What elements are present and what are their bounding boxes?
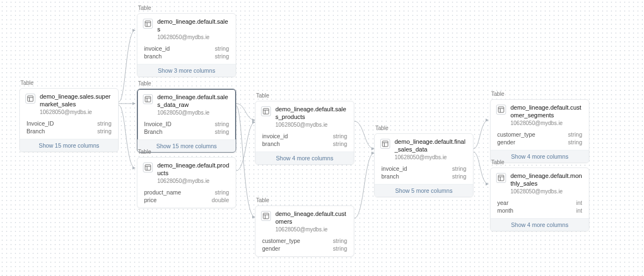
show-more-columns[interactable]: Show 5 more columns bbox=[375, 184, 473, 197]
node-type-label: Table bbox=[255, 93, 354, 99]
table-owner: 10628050@mydbs.ie bbox=[510, 188, 583, 194]
table-title: demo_lineage.default.final_sales_data bbox=[395, 138, 467, 154]
table-column: pricedouble bbox=[144, 196, 229, 204]
table-column: monthint bbox=[497, 207, 582, 215]
table-owner: 10628050@mydbs.ie bbox=[40, 109, 113, 115]
show-more-columns[interactable]: Show 4 more columns bbox=[256, 151, 354, 164]
table-column: genderstring bbox=[497, 138, 582, 147]
table-node-customers[interactable]: demo_lineage.default.customers 10628050@… bbox=[255, 205, 354, 257]
table-column: Invoice_IDstring bbox=[144, 120, 229, 128]
node-type-label: Table bbox=[19, 80, 119, 86]
table-owner: 10628050@mydbs.ie bbox=[275, 226, 348, 232]
table-node-sales-data-raw[interactable]: demo_lineage.default.sales_data_raw 1062… bbox=[137, 89, 236, 153]
table-node-monthly-sales[interactable]: demo_lineage.default.monthly_sales 10628… bbox=[490, 167, 589, 231]
table-column: branchstring bbox=[144, 52, 229, 61]
table-node-supermarket-sales[interactable]: demo_lineage.sales.supermarket_sales 106… bbox=[19, 88, 119, 152]
table-column: invoice_idstring bbox=[262, 132, 347, 140]
svg-rect-15 bbox=[263, 213, 269, 219]
node-type-label: Table bbox=[490, 159, 589, 165]
table-column: invoice_idstring bbox=[144, 45, 229, 53]
table-icon bbox=[261, 106, 271, 116]
table-title: demo_lineage.default.customers bbox=[275, 210, 348, 226]
table-title: demo_lineage.default.customer_segments bbox=[510, 104, 583, 120]
table-icon bbox=[143, 163, 153, 172]
table-column: customer_typestring bbox=[262, 237, 347, 245]
table-node-final-sales-data[interactable]: demo_lineage.default.final_sales_data 10… bbox=[374, 133, 473, 197]
node-type-label: Table bbox=[137, 149, 236, 155]
svg-rect-12 bbox=[263, 109, 269, 114]
table-column: branchstring bbox=[262, 140, 347, 148]
node-type-label: Table bbox=[374, 125, 473, 131]
svg-rect-0 bbox=[28, 96, 33, 101]
table-title: demo_lineage.default.sales_data_raw bbox=[157, 94, 230, 109]
show-more-columns[interactable]: Show 15 more columns bbox=[20, 139, 118, 151]
table-owner: 10628050@mydbs.ie bbox=[395, 154, 467, 160]
table-column: Invoice_IDstring bbox=[26, 120, 111, 128]
show-more-columns[interactable]: Show 4 more columns bbox=[491, 218, 589, 231]
table-owner: 10628050@mydbs.ie bbox=[157, 110, 230, 116]
table-icon bbox=[496, 105, 506, 115]
table-column: Branchstring bbox=[26, 127, 111, 136]
table-node-products[interactable]: demo_lineage.default.products 10628050@m… bbox=[137, 157, 236, 208]
table-title: demo_lineage.default.sales bbox=[157, 18, 230, 34]
node-type-label: Table bbox=[137, 80, 236, 86]
table-owner: 10628050@mydbs.ie bbox=[510, 120, 583, 126]
node-type-label: Table bbox=[490, 91, 589, 97]
table-icon bbox=[496, 173, 506, 183]
node-type-label: Table bbox=[137, 5, 236, 11]
table-column: Branchstring bbox=[144, 128, 229, 136]
table-owner: 10628050@mydbs.ie bbox=[157, 34, 230, 40]
table-title: demo_lineage.sales.supermarket_sales bbox=[40, 93, 113, 109]
table-column: genderstring bbox=[262, 245, 347, 253]
table-node-sales[interactable]: demo_lineage.default.sales 10628050@mydb… bbox=[137, 13, 236, 77]
table-owner: 10628050@mydbs.ie bbox=[157, 178, 230, 184]
table-node-customer-segments[interactable]: demo_lineage.default.customer_segments 1… bbox=[490, 99, 589, 163]
table-column: invoice_idstring bbox=[381, 165, 466, 173]
table-column: customer_typestring bbox=[497, 131, 582, 139]
table-title: demo_lineage.default.sales_products bbox=[275, 106, 348, 121]
table-icon bbox=[380, 139, 390, 149]
table-title: demo_lineage.default.products bbox=[157, 162, 230, 177]
table-icon bbox=[25, 94, 35, 104]
svg-rect-9 bbox=[145, 165, 151, 170]
svg-rect-6 bbox=[145, 96, 151, 102]
table-owner: 10628050@mydbs.ie bbox=[275, 122, 348, 128]
svg-rect-21 bbox=[498, 107, 504, 112]
svg-rect-3 bbox=[145, 21, 151, 26]
svg-rect-18 bbox=[382, 141, 388, 147]
table-icon bbox=[143, 19, 153, 29]
show-more-columns[interactable]: Show 3 more columns bbox=[137, 64, 236, 77]
table-column: branchstring bbox=[381, 172, 466, 181]
table-icon bbox=[143, 94, 153, 104]
table-title: demo_lineage.default.monthly_sales bbox=[510, 172, 583, 188]
table-column: yearint bbox=[497, 199, 582, 207]
table-node-sales-products[interactable]: demo_lineage.default.sales_products 1062… bbox=[255, 101, 354, 165]
svg-rect-24 bbox=[498, 175, 504, 181]
table-column: product_namestring bbox=[144, 188, 229, 197]
node-type-label: Table bbox=[255, 197, 354, 203]
table-icon bbox=[261, 211, 271, 221]
